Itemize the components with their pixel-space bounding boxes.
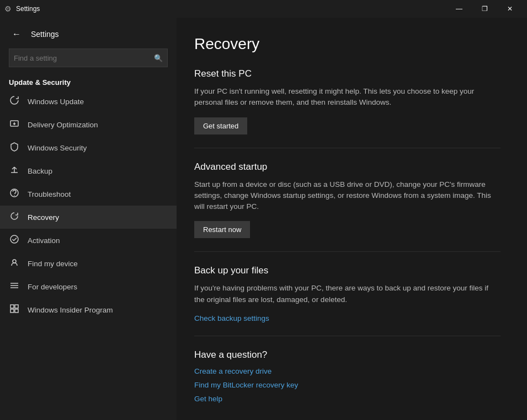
page-title: Recovery [194,35,501,53]
create-recovery-drive-link[interactable]: Create a recovery drive [194,367,501,375]
titlebar: ⚙ Settings — ❐ ✕ [0,0,527,18]
titlebar-controls: — ❐ ✕ [446,0,523,18]
settings-icon: ⚙ [4,4,12,13]
sidebar-app-title: Settings [31,30,59,39]
minimize-button[interactable]: — [446,0,472,18]
restart-now-button[interactable]: Restart now [194,221,250,238]
svg-rect-7 [10,309,14,313]
search-input[interactable] [14,54,154,62]
have-a-question-title: Have a question? [194,349,501,360]
sidebar-nav: Windows Update Delivery Optimization Win… [0,90,177,321]
sidebar-item-label: Backup [28,167,52,175]
for-developers-icon [9,281,20,293]
advanced-startup-desc: Start up from a device or disc (such as … [194,179,501,213]
windows-security-icon [9,142,20,154]
sidebar-item-backup[interactable]: Backup [0,159,177,182]
get-started-button[interactable]: Get started [194,117,247,134]
sidebar-item-label: Troubleshoot [28,190,71,198]
sidebar-item-label: Windows Security [28,144,87,152]
divider-2 [194,251,501,252]
backup-files-desc: If you're having problems with your PC, … [194,283,501,305]
sidebar-item-label: For developers [28,283,77,291]
main-content: Recovery Reset this PC If your PC isn't … [177,18,527,420]
sidebar-item-label: Windows Update [28,98,84,106]
sidebar-item-windows-update[interactable]: Windows Update [0,90,177,113]
find-my-device-icon [9,257,20,270]
sidebar-top: ← Settings [0,22,177,49]
divider-1 [194,148,501,148]
titlebar-title: Settings [16,5,40,13]
backup-files-title: Back up your files [194,265,501,276]
sidebar-item-label: Find my device [28,260,78,268]
find-bitlocker-key-link[interactable]: Find my BitLocker recovery key [194,381,501,389]
sidebar-item-for-developers[interactable]: For developers [0,275,177,298]
advanced-startup-title: Advanced startup [194,161,501,173]
sidebar-item-activation[interactable]: Activation [0,229,177,252]
search-icon: 🔍 [154,54,163,62]
sidebar-item-windows-security[interactable]: Windows Security [0,136,177,159]
get-help-link[interactable]: Get help [194,395,501,403]
sidebar-item-recovery[interactable]: Recovery [0,206,177,229]
sidebar-item-troubleshoot[interactable]: Troubleshoot [0,182,177,206]
troubleshoot-icon [9,188,20,200]
app-body: ← Settings 🔍 Update & Security Windows U… [0,18,527,420]
reset-pc-desc: If your PC isn't running well, resetting… [194,86,501,109]
titlebar-left: ⚙ Settings [4,4,446,13]
svg-rect-8 [15,309,18,313]
sidebar-item-windows-insider[interactable]: Windows Insider Program [0,298,177,321]
svg-point-4 [13,260,16,263]
sidebar-item-find-my-device[interactable]: Find my device [0,252,177,275]
sidebar-item-label: Activation [28,236,60,245]
reset-pc-title: Reset this PC [194,68,501,79]
sidebar-item-label: Delivery Optimization [28,121,98,129]
activation-icon [9,234,20,246]
svg-rect-5 [10,305,14,308]
sidebar-item-delivery-optimization[interactable]: Delivery Optimization [0,113,177,136]
search-box[interactable]: 🔍 [9,49,168,67]
svg-rect-6 [15,305,18,308]
close-button[interactable]: ✕ [497,0,523,18]
divider-3 [194,336,501,336]
svg-point-3 [10,235,18,243]
svg-point-2 [14,195,15,196]
sidebar: ← Settings 🔍 Update & Security Windows U… [0,18,177,420]
back-button[interactable]: ← [9,26,24,42]
sidebar-section-label: Update & Security [0,74,177,90]
sidebar-item-label: Windows Insider Program [28,306,113,314]
backup-icon [9,165,20,177]
maximize-button[interactable]: ❐ [472,0,497,18]
recovery-icon [9,211,20,223]
windows-insider-icon [9,304,20,316]
windows-update-icon [9,95,20,107]
delivery-optimization-icon [9,119,20,131]
check-backup-settings-link[interactable]: Check backup settings [194,314,501,322]
sidebar-item-label: Recovery [28,213,59,222]
